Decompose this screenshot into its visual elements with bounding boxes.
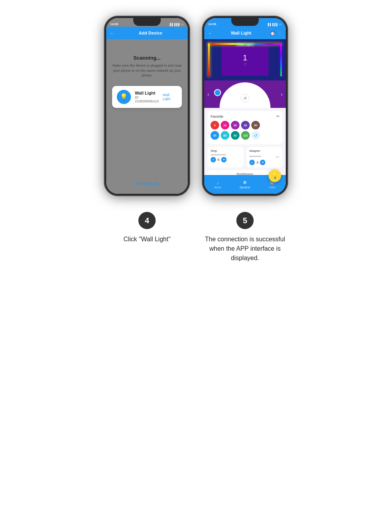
phone2-signal-icon: ▌▌	[268, 23, 272, 26]
fav-btn-50[interactable]: 50	[251, 121, 260, 129]
selected-color-dot[interactable]	[214, 89, 221, 96]
device-type: Wall Light	[163, 93, 177, 101]
tab-music-label: Music	[214, 186, 221, 189]
strip-controls: − 6 +	[211, 157, 241, 162]
scanning-subtitle: Make sure the device is plugged in and n…	[112, 63, 182, 78]
adapter-card: Adapter ↩ − 3 +	[246, 147, 283, 168]
bulb-icon: 💡	[120, 93, 128, 100]
phone2-inner: 14:08 ▌▌ ▌▌▌ ▭ ← Wall Light ⏰ ⋮ Wall Lig…	[204, 18, 286, 194]
strip-title: Strip	[211, 149, 241, 153]
color-wheel-semicircle: ↺	[220, 82, 270, 108]
color-refresh-button[interactable]: ↺	[241, 94, 249, 102]
fav-btn-55[interactable]: 55	[211, 131, 219, 140]
adapter-value: 3	[256, 160, 258, 164]
add-manually-button[interactable]: Add Manually	[135, 182, 159, 186]
scanning-title: Scanning...	[133, 55, 160, 61]
favorites-row2: 55 80 83 115 ↺	[211, 131, 279, 140]
dynamic-icon: ❇	[243, 180, 247, 185]
strip-indicator	[211, 154, 226, 155]
phone2-time: 14:08	[208, 22, 216, 26]
step-5-number: 5	[243, 216, 247, 225]
phone2-nav-bar: ← Wall Light ⏰ ⋮	[204, 27, 286, 39]
phone1-battery-icon: ▭	[181, 23, 184, 26]
tab-dynamic[interactable]: ❇ Dynamic	[231, 175, 258, 194]
led-heart-icon[interactable]: ♡	[243, 62, 247, 67]
step-5-circle: 5	[236, 212, 254, 229]
step-4-text: Click "Wall Light"	[123, 235, 171, 244]
strip-card: Strip − 6 +	[207, 147, 244, 168]
led-number: 1	[243, 53, 247, 62]
device-id: ID: 210626006A13	[135, 95, 159, 103]
chevron-left-icon[interactable]: ‹	[207, 91, 209, 97]
strip-adapter-row: Strip − 6 + Adapter ↩	[207, 147, 283, 168]
phone1-nav-bar: ← Add Device	[106, 27, 188, 39]
device-name: Wall Light	[135, 91, 159, 95]
tab-dynamic-label: Dynamic	[240, 186, 250, 189]
fab-icon: 💡	[272, 173, 278, 179]
more-icon[interactable]: ⋮	[278, 31, 282, 35]
strip-value: 6	[218, 158, 220, 162]
device-card[interactable]: 💡 Wall Light ID: 210626006A13 Wall Light	[112, 86, 182, 108]
favorites-row1: 4 11 20 26 50	[211, 121, 279, 129]
fav-btn-11[interactable]: 11	[221, 121, 229, 129]
step-5-text: The connection is successful when the AP…	[202, 235, 288, 263]
phone1: 14:08 ▌▌ ▌▌▌ ▭ ← Add Device Scanning... …	[104, 16, 190, 196]
fav-refresh-button[interactable]: ↺	[251, 131, 260, 140]
phone2-notch	[231, 18, 259, 26]
fav-btn-20[interactable]: 20	[231, 121, 240, 129]
strip-minus-button[interactable]: −	[211, 157, 216, 162]
music-icon: ♪	[217, 180, 219, 185]
step-4-container: 4 Click "Wall Light"	[104, 212, 190, 263]
adapter-minus-button[interactable]: −	[249, 160, 255, 165]
led-center-display: 1 ♡	[221, 44, 269, 76]
fav-btn-80[interactable]: 80	[221, 131, 229, 140]
phone1-notch	[133, 18, 161, 26]
phone2-status-icons: ▌▌ ▌▌▌ ▭	[268, 23, 282, 26]
steps-row: 4 Click "Wall Light" 5 The connection is…	[8, 212, 384, 263]
phone1-back-button[interactable]: ←	[110, 31, 114, 35]
phone2-nav-title: Wall Light	[215, 31, 267, 35]
phone1-signal-icon: ▌▌	[170, 23, 174, 26]
device-icon: 💡	[117, 90, 131, 104]
step-4-circle: 4	[138, 212, 156, 229]
fav-btn-115[interactable]: 115	[241, 131, 250, 140]
step-5-container: 5 The connection is successful when the …	[202, 212, 288, 263]
fav-btn-83[interactable]: 83	[231, 131, 240, 140]
alarm-icon[interactable]: ⏰	[270, 31, 275, 35]
phone2-back-button[interactable]: ←	[208, 31, 212, 35]
chevron-right-icon[interactable]: ›	[281, 91, 283, 97]
phone1-status-icons: ▌▌ ▌▌▌ ▭	[170, 23, 184, 26]
phone2-battery-icon: ▭	[279, 23, 282, 26]
device-info: Wall Light ID: 210626006A13	[135, 91, 159, 103]
led-strip-left	[208, 43, 210, 77]
favorites-card: Favorite ✏ 4 11 20 26 50 55 80 83 11	[207, 111, 283, 144]
color-picker-area: ‹ ↺ ›	[204, 80, 286, 108]
phone1-time: 14:08	[110, 22, 118, 26]
favorites-title: Favorite	[211, 115, 223, 118]
led-strip-right	[280, 43, 282, 77]
fav-btn-4[interactable]: 4	[211, 121, 219, 129]
tab-music[interactable]: ♪ Music	[204, 175, 231, 194]
tab-solid-label: Solid	[269, 186, 276, 189]
controls-area: Favorite ✏ 4 11 20 26 50 55 80 83 11	[204, 108, 286, 175]
undo-icon[interactable]: ↩	[276, 154, 279, 160]
fav-btn-26[interactable]: 26	[241, 121, 250, 129]
step-4-number: 4	[145, 216, 149, 225]
fab-button[interactable]: 💡	[269, 169, 281, 182]
phone2-wifi-icon: ▌▌▌	[272, 23, 278, 26]
led-area-label: Wall Light	[235, 42, 255, 47]
phone1-content: Scanning... Make sure the device is plug…	[106, 39, 188, 194]
favorites-header: Favorite ✏	[211, 114, 279, 118]
adapter-indicator	[249, 156, 261, 157]
phone1-nav-title: Add Device	[117, 31, 184, 35]
led-display-area: Wall Light 1 ♡	[204, 39, 286, 80]
phone2: 14:08 ▌▌ ▌▌▌ ▭ ← Wall Light ⏰ ⋮ Wall Lig…	[202, 16, 288, 196]
adapter-plus-button[interactable]: +	[260, 160, 265, 165]
favorites-edit-button[interactable]: ✏	[276, 114, 279, 118]
tab-bar: 💡 ♪ Music ❇ Dynamic 🎨 Solid	[204, 175, 286, 194]
adapter-title: Adapter	[249, 149, 279, 153]
phones-row: 14:08 ▌▌ ▌▌▌ ▭ ← Add Device Scanning... …	[104, 16, 288, 196]
adapter-controls: − 3 +	[249, 160, 279, 165]
phone1-wifi-icon: ▌▌▌	[174, 23, 180, 26]
strip-plus-button[interactable]: +	[221, 157, 227, 162]
